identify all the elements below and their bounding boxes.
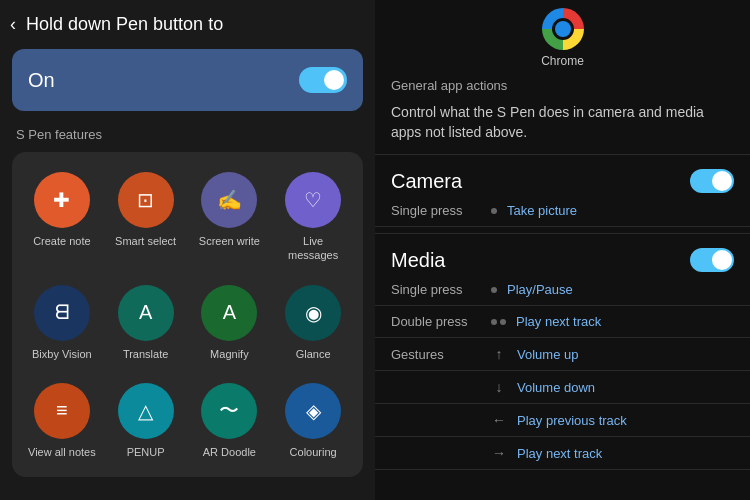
spen-features-label: S Pen features (0, 127, 375, 152)
media-double-press-label: Double press (391, 314, 491, 329)
dot (491, 319, 497, 325)
media-label: Media (391, 249, 445, 272)
on-toggle-row[interactable]: On (12, 49, 363, 111)
media-group: Media Single press Play/Pause Double pre… (375, 236, 750, 474)
dot (491, 287, 497, 293)
on-toggle-label: On (28, 69, 55, 92)
feature-item-colouring[interactable]: ◈ Colouring (273, 373, 353, 467)
play-previous-value[interactable]: Play previous track (517, 413, 627, 428)
volume-down-value[interactable]: Volume down (517, 380, 595, 395)
media-header: Media (375, 240, 750, 274)
right-panel: Chrome General app actions Control what … (375, 0, 750, 500)
arrow-up-icon: ↑ (491, 346, 507, 362)
translate-icon: A (118, 285, 174, 341)
penup-icon: △ (118, 383, 174, 439)
colouring-icon: ◈ (285, 383, 341, 439)
dot (491, 208, 497, 214)
camera-single-press-value[interactable]: Take picture (507, 203, 577, 218)
view-all-notes-icon: ≡ (34, 383, 90, 439)
smart-select-icon: ⊡ (118, 172, 174, 228)
create-note-icon: ✚ (34, 172, 90, 228)
smart-select-label: Smart select (115, 234, 176, 248)
gesture-row-up: Gestures ↑ Volume up (375, 338, 750, 371)
feature-item-create-note[interactable]: ✚ Create note (22, 162, 102, 271)
create-note-label: Create note (33, 234, 90, 248)
media-double-press-row: Double press Play next track (375, 306, 750, 338)
play-next-value[interactable]: Play next track (517, 446, 602, 461)
live-messages-label: Live messages (277, 234, 349, 263)
feature-item-smart-select[interactable]: ⊡ Smart select (106, 162, 186, 271)
media-double-press-value[interactable]: Play next track (516, 314, 601, 329)
camera-header: Camera (375, 161, 750, 195)
features-grid-container: ✚ Create note ⊡ Smart select ✍ Screen wr… (12, 152, 363, 477)
volume-up-value[interactable]: Volume up (517, 347, 578, 362)
ar-doodle-icon: 〜 (201, 383, 257, 439)
arrow-down-icon: ↓ (491, 379, 507, 395)
chrome-label: Chrome (541, 54, 584, 68)
camera-single-press-row: Single press Take picture (375, 195, 750, 227)
feature-item-glance[interactable]: ◉ Glance (273, 275, 353, 369)
translate-label: Translate (123, 347, 168, 361)
gesture-row-down: ↓ Volume down (375, 371, 750, 404)
camera-group: Camera Single press Take picture (375, 157, 750, 231)
divider-2 (375, 233, 750, 234)
gesture-row-right: → Play next track (375, 437, 750, 470)
page-title: Hold down Pen button to (26, 14, 223, 35)
penup-label: PENUP (127, 445, 165, 459)
camera-toggle[interactable] (690, 169, 734, 193)
screen-write-label: Screen write (199, 234, 260, 248)
glance-label: Glance (296, 347, 331, 361)
features-grid: ✚ Create note ⊡ Smart select ✍ Screen wr… (22, 162, 353, 467)
left-panel: ‹ Hold down Pen button to On S Pen featu… (0, 0, 375, 500)
feature-item-bixby-vision[interactable]: ᗺ Bixby Vision (22, 275, 102, 369)
camera-single-press-dots (491, 208, 497, 214)
chrome-icon (542, 8, 584, 50)
feature-item-ar-doodle[interactable]: 〜 AR Doodle (190, 373, 270, 467)
feature-item-live-messages[interactable]: ♡ Live messages (273, 162, 353, 271)
on-toggle-switch[interactable] (299, 67, 347, 93)
bixby-vision-label: Bixby Vision (32, 347, 92, 361)
feature-item-translate[interactable]: A Translate (106, 275, 186, 369)
media-single-press-label: Single press (391, 282, 491, 297)
general-description: Control what the S Pen does in camera an… (375, 99, 750, 152)
media-toggle[interactable] (690, 248, 734, 272)
magnify-icon: A (201, 285, 257, 341)
arrow-right-icon: → (491, 445, 507, 461)
view-all-notes-label: View all notes (28, 445, 96, 459)
camera-single-press-label: Single press (391, 203, 491, 218)
header-bar: ‹ Hold down Pen button to (0, 0, 375, 49)
screen-write-icon: ✍ (201, 172, 257, 228)
colouring-label: Colouring (290, 445, 337, 459)
feature-item-screen-write[interactable]: ✍ Screen write (190, 162, 270, 271)
bixby-vision-icon: ᗺ (34, 285, 90, 341)
live-messages-icon: ♡ (285, 172, 341, 228)
arrow-left-icon: ← (491, 412, 507, 428)
media-single-press-row: Single press Play/Pause (375, 274, 750, 306)
feature-item-view-all-notes[interactable]: ≡ View all notes (22, 373, 102, 467)
gestures-label: Gestures (391, 347, 491, 362)
gesture-row-left: ← Play previous track (375, 404, 750, 437)
media-single-press-value[interactable]: Play/Pause (507, 282, 573, 297)
magnify-label: Magnify (210, 347, 249, 361)
media-single-press-dots (491, 287, 497, 293)
feature-item-magnify[interactable]: A Magnify (190, 275, 270, 369)
ar-doodle-label: AR Doodle (203, 445, 256, 459)
camera-label: Camera (391, 170, 462, 193)
chrome-section: Chrome (375, 0, 750, 68)
feature-item-penup[interactable]: △ PENUP (106, 373, 186, 467)
divider-1 (375, 154, 750, 155)
glance-icon: ◉ (285, 285, 341, 341)
dot (500, 319, 506, 325)
general-section-label: General app actions (375, 68, 750, 99)
media-double-press-dots (491, 319, 506, 325)
back-button[interactable]: ‹ (10, 14, 16, 35)
